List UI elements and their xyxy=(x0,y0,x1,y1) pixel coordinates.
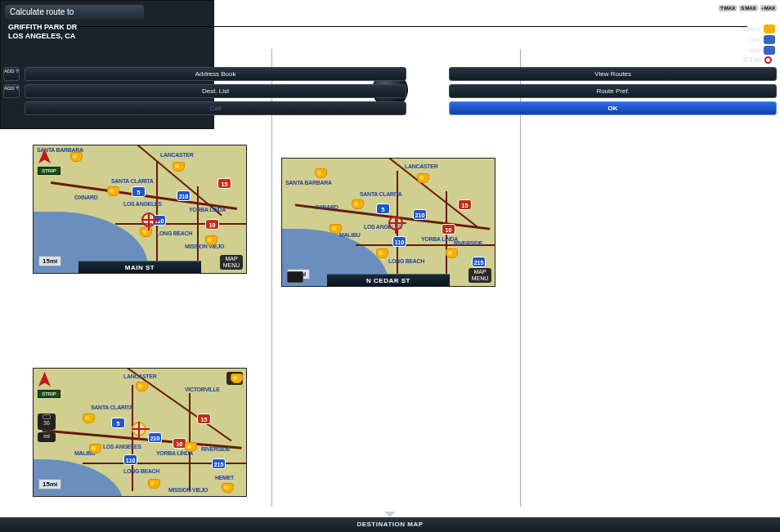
weather-row: Current xyxy=(723,25,775,34)
place-label: LONG BEACH xyxy=(388,258,424,264)
highway-shield: 15 xyxy=(217,178,231,189)
nav-button-row: ADD TO Address Book View Routes xyxy=(3,67,777,81)
nav-distance-value: 3.1mi xyxy=(743,56,762,64)
cursor-distance-unit-chip: mi xyxy=(38,432,56,442)
nav-destination: GRIFFITH PARK DR LOS ANGELES, CA xyxy=(8,23,77,41)
dest-list-button[interactable]: Dest. List xyxy=(25,84,406,98)
gps-target-icon xyxy=(132,422,146,436)
cursor-distance-unit: mi xyxy=(43,433,49,439)
view-routes-button[interactable]: View Routes xyxy=(449,67,777,81)
map-b[interactable]: LANCASTER VICTORVILLE SANTA CLARITA LOS … xyxy=(33,368,247,497)
badge-text: MAX xyxy=(764,6,775,11)
weather-sun-icon xyxy=(107,186,119,196)
badge-prefix: T xyxy=(720,6,724,11)
weather-row: 4AM xyxy=(723,46,775,55)
weather-sun-icon xyxy=(89,444,101,454)
map-a[interactable]: SANTA BARBARA LANCASTER SANTA CLARITA LO… xyxy=(33,145,247,274)
place-label: LANCASTER xyxy=(405,163,437,169)
weather-sun-icon xyxy=(446,248,458,258)
nav-footer[interactable]: DESTINATION MAP xyxy=(0,517,780,532)
strip-button[interactable]: STRIP xyxy=(38,167,61,175)
chevron-down-icon[interactable] xyxy=(384,512,396,517)
weather-sun-icon xyxy=(764,25,775,34)
highway-shield: 5 xyxy=(132,186,146,197)
badge-max-2: SMAX xyxy=(739,5,757,11)
cursor-distance-value: 36 xyxy=(43,420,50,426)
map-menu-button[interactable]: MAP MENU xyxy=(468,268,491,283)
address-book-button[interactable]: Address Book xyxy=(25,67,406,81)
weather-sun-icon xyxy=(148,479,160,489)
destination-flag-icon xyxy=(764,56,772,64)
weather-sun-icon xyxy=(173,162,185,172)
gps-cursor-icon xyxy=(388,216,403,230)
strip-button[interactable]: STRIP xyxy=(38,390,61,398)
highway-shield: 110 xyxy=(392,236,406,247)
highway-shield: 15 xyxy=(197,414,211,424)
badge-max-1: TMAX xyxy=(719,5,737,11)
nav-button-row: ADD TO Dest. List Route Pref. xyxy=(3,84,777,98)
nav-header: Calculate route to xyxy=(5,5,144,20)
weather-rain-icon xyxy=(764,46,775,55)
map-menu-line2: MENU xyxy=(222,262,240,269)
gps-cursor-icon xyxy=(141,212,156,227)
weather-sun-icon xyxy=(136,382,148,391)
add-to-prefix: ADD TO xyxy=(3,67,20,81)
place-label: SANTA BARBARA xyxy=(285,180,332,186)
weather-sun-icon xyxy=(352,199,364,209)
place-label: SANTA CLARITA xyxy=(111,178,154,184)
route-pref-button[interactable]: Route Pref. xyxy=(449,84,777,98)
cursor-distance-chip[interactable]: 36 xyxy=(38,414,56,430)
scale-indicator[interactable]: 15mi xyxy=(38,479,61,490)
weather-sun-icon xyxy=(205,235,217,245)
place-label: OXNARD xyxy=(74,194,98,200)
place-label: LOS ANGELES xyxy=(103,444,141,449)
place-label: SANTA CLARITA xyxy=(360,191,402,197)
highway-shield: 210 xyxy=(177,190,191,201)
place-label: YORBA LINDA xyxy=(421,236,458,242)
map-menu-line1: MAP xyxy=(471,269,489,275)
weather-row: 1AM xyxy=(723,35,775,44)
weather-sun-icon xyxy=(231,373,243,383)
scale-indicator[interactable]: 15mi xyxy=(38,256,61,266)
place-label: MALIBU xyxy=(339,232,360,238)
nav-max-badges: TMAX SMAX •MAX xyxy=(719,5,777,11)
place-label: RIVERSIDE xyxy=(454,240,482,246)
street-name-bar: MAIN ST xyxy=(78,261,201,273)
street-name-bar: N CEDAR ST xyxy=(327,274,450,286)
map-c[interactable]: SANTA BARBARA LANCASTER SANTA CLARITA LO… xyxy=(281,158,495,287)
call-button[interactable]: Call xyxy=(25,101,406,115)
badge-prefix: S xyxy=(741,6,744,11)
road xyxy=(197,186,199,268)
place-label: RIVERSIDE xyxy=(201,446,230,452)
highway-shield: 210 xyxy=(148,432,162,443)
weather-sun-icon xyxy=(315,168,327,178)
place-label: LANCASTER xyxy=(160,152,193,158)
divider-horizontal xyxy=(33,26,747,27)
ok-button[interactable]: OK xyxy=(449,101,777,115)
weather-sun-icon xyxy=(83,414,95,423)
place-label: OXNARD xyxy=(315,204,338,210)
weather-sun-icon xyxy=(376,248,388,258)
highway-shield: 215 xyxy=(472,257,486,267)
weather-sun-icon xyxy=(329,224,342,234)
map-menu-button[interactable]: MAP MENU xyxy=(220,255,243,270)
weather-time: 1AM xyxy=(736,37,760,42)
place-label: MISSION VIEJO xyxy=(185,244,224,249)
weather-time: 4AM xyxy=(736,47,760,53)
badge-prefix: • xyxy=(762,6,764,11)
cursor-icon xyxy=(43,414,51,419)
badge-text: MAX xyxy=(724,6,735,11)
highway-shield: 110 xyxy=(123,454,137,465)
badge-text: MAX xyxy=(745,6,755,11)
weather-sun-icon xyxy=(222,483,234,493)
nav-calculate-route: Calculate route to TMAX SMAX •MAX GRIFFI… xyxy=(0,0,214,129)
place-label: LANCASTER xyxy=(123,373,156,379)
highway-shield: 10 xyxy=(205,219,219,230)
camera-button[interactable] xyxy=(287,271,303,283)
place-label: HEMET xyxy=(215,475,234,481)
place-label: VICTORVILLE xyxy=(185,387,220,392)
weather-toggle-button[interactable] xyxy=(226,372,243,385)
road xyxy=(132,385,133,491)
highway-shield: 5 xyxy=(376,203,390,214)
map-menu-line2: MENU xyxy=(471,275,489,282)
